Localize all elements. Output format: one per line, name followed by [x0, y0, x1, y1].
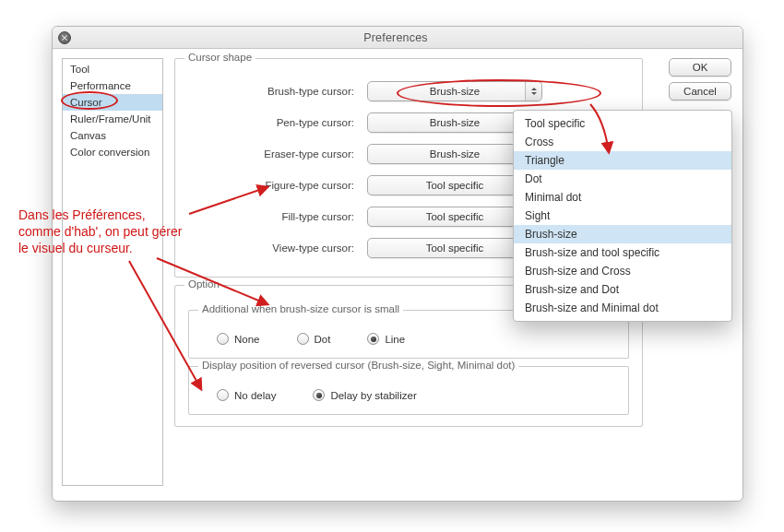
view-type-value: Tool specific [426, 242, 484, 254]
figure-type-label: Figure-type cursor: [188, 180, 354, 191]
radio-icon [313, 389, 325, 401]
additional-none-radio[interactable]: None [217, 333, 260, 345]
fill-type-label: Fill-type cursor: [188, 211, 354, 222]
dropdown-item[interactable]: Tool specific [514, 114, 731, 133]
additional-legend: Additional when brush-size cursor is sma… [198, 303, 403, 314]
pen-type-value: Brush-size [430, 117, 480, 128]
additional-none-label: None [234, 334, 260, 345]
cancel-button[interactable]: Cancel [669, 82, 731, 100]
dropdown-item[interactable]: Dot [514, 170, 731, 188]
dropdown-item[interactable]: Sight [514, 207, 731, 225]
display-pos-legend: Display position of reversed cursor (Bru… [198, 360, 518, 371]
cursor-shape-legend: Cursor shape [184, 52, 255, 63]
stepper-icon [525, 82, 541, 100]
radio-icon [367, 333, 379, 345]
cursor-type-dropdown-popup[interactable]: Tool specific Cross Triangle Dot Minimal… [513, 110, 732, 322]
additional-line-label: Line [385, 334, 405, 345]
radio-icon [217, 389, 229, 401]
brush-type-value: Brush-size [430, 86, 480, 97]
display-nodelay-label: No delay [234, 390, 276, 401]
additional-dot-radio[interactable]: Dot [297, 333, 331, 345]
dropdown-item[interactable]: Cross [514, 133, 731, 151]
ok-button[interactable]: OK [669, 58, 731, 77]
pen-type-label: Pen-type cursor: [188, 117, 354, 128]
dropdown-item[interactable]: Minimal dot [514, 188, 731, 207]
additional-dot-label: Dot [315, 334, 331, 345]
sidebar-item-color-conversion[interactable]: Color conversion [63, 144, 162, 160]
sidebar-item-tool[interactable]: Tool [63, 61, 162, 77]
display-pos-group: Display position of reversed cursor (Bru… [188, 366, 629, 415]
display-nodelay-radio[interactable]: No delay [217, 389, 276, 401]
radio-icon [297, 333, 309, 345]
window-title: Preferences [54, 31, 737, 44]
fill-type-value: Tool specific [426, 211, 484, 222]
sidebar-item-performance[interactable]: Performance [63, 77, 162, 94]
sidebar-item-canvas[interactable]: Canvas [63, 127, 162, 144]
eraser-type-value: Brush-size [430, 148, 480, 160]
eraser-type-label: Eraser-type cursor: [188, 148, 354, 160]
figure-type-value: Tool specific [426, 180, 484, 191]
dropdown-item[interactable]: Brush-size and tool specific [514, 243, 731, 262]
dropdown-item[interactable]: Brush-size [514, 225, 731, 243]
radio-icon [217, 333, 229, 345]
brush-type-label: Brush-type cursor: [188, 86, 354, 97]
display-stabilizer-label: Delay by stabilizer [330, 390, 416, 401]
sidebar-item-cursor[interactable]: Cursor [63, 94, 162, 111]
annotation-text: Dans les Préférences, comme d'hab', on p… [18, 207, 203, 257]
option-legend: Option [184, 278, 223, 290]
titlebar: Preferences [53, 27, 742, 49]
dropdown-item[interactable]: Brush-size and Minimal dot [514, 299, 731, 317]
dropdown-item[interactable]: Brush-size and Dot [514, 280, 731, 299]
category-sidebar: Tool Performance Cursor Ruler/Frame/Unit… [62, 58, 163, 486]
dropdown-item[interactable]: Brush-size and Cross [514, 262, 731, 280]
view-type-label: View-type cursor: [188, 242, 354, 254]
display-stabilizer-radio[interactable]: Delay by stabilizer [313, 389, 416, 401]
sidebar-item-ruler[interactable]: Ruler/Frame/Unit [63, 111, 162, 127]
dropdown-item[interactable]: Triangle [514, 151, 731, 170]
brush-type-combo[interactable]: Brush-size [367, 81, 542, 101]
additional-line-radio[interactable]: Line [367, 333, 405, 345]
